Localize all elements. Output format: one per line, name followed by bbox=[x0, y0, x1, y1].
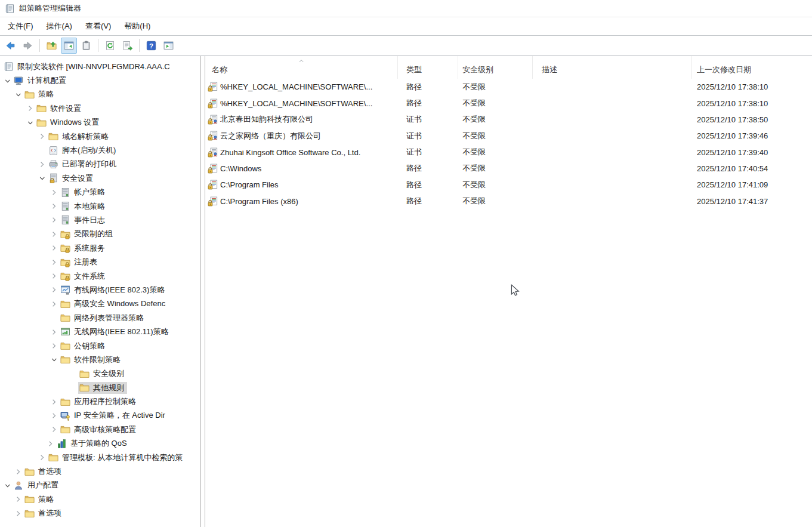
column-header-name[interactable]: 名称 bbox=[205, 56, 398, 79]
tree-item[interactable]: 软件设置 bbox=[0, 101, 200, 115]
tree-item[interactable]: 网络列表管理器策略 bbox=[0, 311, 200, 325]
toolbar-show-console-tree-button[interactable] bbox=[61, 38, 77, 54]
folder-icon bbox=[79, 369, 89, 379]
chevron-right-icon bbox=[38, 453, 47, 462]
tree-item[interactable]: 计算机配置 bbox=[0, 73, 200, 87]
tree-item-content: 管理模板: 从本地计算机中检索的策 bbox=[47, 452, 186, 464]
tree-item[interactable]: 帐户策略 bbox=[0, 186, 200, 199]
tree-item[interactable]: 基于策略的 QoS bbox=[0, 437, 200, 451]
tree-expander-closed[interactable] bbox=[49, 215, 59, 225]
tree-item[interactable]: 已部署的打印机 bbox=[0, 158, 200, 171]
tree-item[interactable]: 应用程序控制策略 bbox=[0, 395, 200, 408]
tree-expander-closed[interactable] bbox=[49, 411, 59, 421]
tree-expander-closed[interactable] bbox=[13, 467, 23, 477]
tree-item[interactable]: 安全级别 bbox=[0, 367, 200, 381]
tree-expander-closed[interactable] bbox=[49, 327, 59, 337]
tree-item[interactable]: 事件日志 bbox=[0, 213, 200, 227]
tree-item[interactable]: 域名解析策略 bbox=[0, 130, 200, 143]
tree-item[interactable]: 系统服务 bbox=[0, 241, 200, 255]
tree-item[interactable]: 策略 bbox=[0, 88, 200, 101]
tree-item[interactable]: 软件限制策略 bbox=[0, 353, 200, 366]
tree-item[interactable]: 文件系统 bbox=[0, 269, 200, 283]
tree-expander-open[interactable] bbox=[2, 480, 13, 491]
toolbar-back-button[interactable] bbox=[2, 38, 18, 54]
table-row[interactable]: %HKEY_LOCAL_MACHINE\SOFTWARE\...路径不受限202… bbox=[205, 79, 812, 95]
table-row[interactable]: 云之家网络（重庆）有限公司证书不受限2025/12/10 17:39:46 bbox=[205, 128, 812, 144]
cell-last_modified: 2025/12/10 17:38:50 bbox=[692, 115, 812, 124]
tree-expander-closed[interactable] bbox=[49, 187, 59, 198]
column-header-description[interactable]: 描述 bbox=[533, 56, 692, 79]
table-row[interactable]: C:\Program Files路径不受限2025/12/10 17:41:09 bbox=[205, 177, 812, 193]
tree-item[interactable]: 限制安装软件 [WIN-NNVPLFGMDR4.AAA.C bbox=[0, 60, 200, 73]
tree-expander-open[interactable] bbox=[37, 173, 47, 183]
tree-expander-closed[interactable] bbox=[49, 243, 59, 253]
tree-item[interactable]: Windows 设置 bbox=[0, 116, 200, 130]
tree-item[interactable]: 其他规则 bbox=[0, 381, 200, 395]
column-header-last_modified[interactable]: 上一次修改日期 bbox=[692, 56, 812, 79]
tree-item-label: 首选项 bbox=[38, 508, 62, 519]
tree-expander-closed[interactable] bbox=[45, 439, 55, 449]
menu-view[interactable]: 查看(V) bbox=[79, 18, 118, 35]
table-row[interactable]: Zhuhai Kingsoft Office Software Co., Ltd… bbox=[205, 144, 812, 160]
tree-item[interactable]: 注册表 bbox=[0, 255, 200, 269]
toolbar-properties-button[interactable] bbox=[78, 38, 94, 54]
tree-expander-closed[interactable] bbox=[49, 397, 59, 407]
tree-item[interactable]: 无线网络(IEEE 802.11)策略 bbox=[0, 325, 200, 338]
tree-expander-closed[interactable] bbox=[49, 257, 59, 267]
tree-item[interactable]: IP 安全策略，在 Active Dir bbox=[0, 409, 200, 423]
toolbar-export-list-button[interactable] bbox=[119, 38, 135, 54]
tree-item-content: 软件设置 bbox=[35, 103, 84, 115]
chevron-right-icon bbox=[50, 285, 58, 294]
table-row[interactable]: C:\Program Files (x86)路径不受限2025/12/10 17… bbox=[205, 193, 812, 209]
column-header-security_level[interactable]: 安全级别 bbox=[458, 56, 533, 79]
toolbar-forward-button[interactable] bbox=[20, 38, 36, 54]
tree-expander-closed[interactable] bbox=[37, 131, 47, 141]
tree-expander-open[interactable] bbox=[25, 118, 35, 128]
table-row[interactable]: C:\Windows路径不受限2025/12/10 17:40:54 bbox=[205, 161, 812, 177]
toolbar-help-button[interactable] bbox=[143, 38, 159, 54]
tree-item[interactable]: 安全设置 bbox=[0, 171, 200, 185]
tree-expander-closed[interactable] bbox=[49, 341, 59, 351]
tree-expander-closed[interactable] bbox=[37, 452, 47, 463]
tree-expander-open[interactable] bbox=[13, 90, 23, 100]
tree-item[interactable]: 首选项 bbox=[0, 464, 200, 478]
tree-expander-closed[interactable] bbox=[25, 103, 35, 113]
tree-item[interactable]: 高级安全 Windows Defenc bbox=[0, 297, 200, 311]
tree-expander-closed[interactable] bbox=[49, 201, 59, 211]
tree-expander-closed[interactable] bbox=[49, 299, 59, 309]
user-icon bbox=[14, 480, 24, 491]
tree-item[interactable]: 脚本(启动/关机) bbox=[0, 143, 200, 157]
tree-expander-closed[interactable] bbox=[49, 424, 59, 434]
menu-action[interactable]: 操作(A) bbox=[40, 18, 79, 35]
tree-expander-open[interactable] bbox=[49, 355, 59, 365]
toolbar-refresh-button[interactable] bbox=[102, 38, 118, 54]
toolbar-show-action-pane-button[interactable] bbox=[160, 38, 177, 54]
tree-expander-open[interactable] bbox=[2, 76, 13, 86]
table-row[interactable]: 北京春田知韵科技有限公司证书不受限2025/12/10 17:38:50 bbox=[205, 112, 812, 128]
title-bar: 组策略管理编辑器 bbox=[0, 0, 812, 17]
tree-item[interactable]: 策略 bbox=[0, 492, 200, 506]
table-row[interactable]: %HKEY_LOCAL_MACHINE\SOFTWARE\...路径不受限202… bbox=[205, 95, 812, 111]
menu-help[interactable]: 帮助(H) bbox=[118, 18, 157, 35]
tree-item[interactable]: 公钥策略 bbox=[0, 339, 200, 353]
tree-expander-closed[interactable] bbox=[37, 159, 47, 169]
tree-expander-closed[interactable] bbox=[13, 508, 23, 519]
chevron-down-icon bbox=[38, 174, 47, 183]
tree-item[interactable]: 首选项 bbox=[0, 507, 200, 520]
tree-expander-closed[interactable] bbox=[49, 229, 59, 239]
tree-item-label: 帐户策略 bbox=[73, 187, 106, 198]
chevron-right-icon bbox=[50, 425, 58, 434]
menu-file[interactable]: 文件(F) bbox=[1, 18, 40, 35]
tree-item[interactable]: 本地策略 bbox=[0, 199, 200, 213]
tree-expander-closed[interactable] bbox=[49, 285, 59, 295]
tree-item[interactable]: 管理模板: 从本地计算机中检索的策 bbox=[0, 451, 200, 464]
tree-expander-closed[interactable] bbox=[49, 271, 59, 281]
tree-item[interactable]: 受限制的组 bbox=[0, 227, 200, 241]
toolbar-up-one-level-button[interactable] bbox=[44, 38, 60, 54]
tree-expander-closed[interactable] bbox=[13, 494, 23, 504]
tree-item[interactable]: 有线网络(IEEE 802.3)策略 bbox=[0, 283, 200, 297]
tree-item[interactable]: 高级审核策略配置 bbox=[0, 423, 200, 436]
column-header-type[interactable]: 类型 bbox=[398, 56, 458, 79]
tree-item[interactable]: 用户配置 bbox=[0, 479, 200, 492]
folder-icon bbox=[60, 355, 70, 365]
